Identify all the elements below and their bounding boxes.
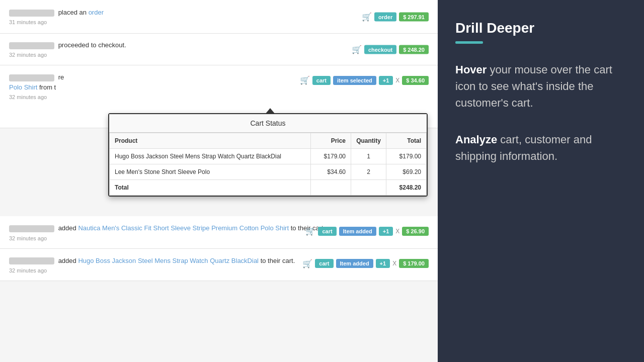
cart-total-row: Total $248.20 bbox=[110, 180, 427, 196]
user-avatar-3 bbox=[9, 74, 54, 81]
badge-x-4: X bbox=[395, 228, 399, 235]
badges-5: 🛒 cart Item added +1 X $ 179.00 bbox=[302, 259, 429, 268]
col-header-product: Product bbox=[110, 133, 311, 149]
timestamp-3: 32 minutes ago bbox=[9, 94, 429, 100]
cart-row-1: Hugo Boss Jackson Steel Mens Strap Watch… bbox=[110, 149, 427, 164]
cart-total-label: Total bbox=[110, 180, 311, 196]
activity-item-1: placed an order 31 minutes ago 🛒 order $… bbox=[0, 0, 438, 34]
badge-order: order bbox=[374, 12, 396, 21]
action-text-3a: re bbox=[58, 73, 64, 81]
badge-plus-4: +1 bbox=[379, 227, 393, 236]
col-header-total: Total bbox=[386, 133, 427, 149]
polo-shirt-link[interactable]: Polo Shirt bbox=[9, 83, 37, 91]
badge-item-added-5: Item added bbox=[336, 259, 373, 268]
cart-product-1: Hugo Boss Jackson Steel Mens Strap Watch… bbox=[110, 149, 311, 164]
cart-grand-total: $248.20 bbox=[386, 180, 427, 196]
cart-icon-1[interactable]: 🛒 bbox=[362, 12, 372, 22]
col-header-quantity: Quantity bbox=[351, 133, 386, 149]
badges-4: 🛒 cart Item added +1 X $ 26.90 bbox=[305, 226, 429, 236]
cart-row-2: Lee Men's Stone Short Sleeve Polo $34.60… bbox=[110, 164, 427, 180]
cart-total-2: $69.20 bbox=[386, 164, 427, 180]
cart-icon-3[interactable]: 🛒 bbox=[300, 75, 310, 85]
badge-price-2: $ 248.20 bbox=[399, 45, 429, 54]
activity-item-2: proceeded to checkout. 32 minutes ago 🛒 … bbox=[0, 34, 438, 65]
cart-price-2: $34.60 bbox=[311, 164, 351, 180]
cart-price-1: $179.00 bbox=[311, 149, 351, 164]
cart-product-2: Lee Men's Stone Short Sleeve Polo bbox=[110, 164, 311, 180]
timestamp-5: 32 minutes ago bbox=[9, 267, 429, 274]
user-avatar-5 bbox=[9, 257, 54, 264]
action-text-5b: to their cart. bbox=[261, 257, 295, 264]
col-header-price: Price bbox=[311, 133, 351, 149]
order-link-1[interactable]: order bbox=[89, 9, 104, 16]
badge-checkout: checkout bbox=[364, 45, 396, 54]
page-title: Drill Deeper bbox=[455, 20, 626, 36]
timestamp-4: 32 minutes ago bbox=[9, 235, 429, 241]
right-panel: Drill Deeper Hover your mouse over the c… bbox=[438, 0, 644, 362]
activity-feed: placed an order 31 minutes ago 🛒 order $… bbox=[0, 0, 438, 362]
activity-item-4: added Nautica Men's Classic Fit Short Sl… bbox=[0, 216, 438, 249]
cart-total-1: $179.00 bbox=[386, 149, 427, 164]
cart-total-qty-empty bbox=[351, 180, 386, 196]
cart-table: Product Price Quantity Total Hugo Boss J… bbox=[109, 133, 427, 196]
badge-cart-4: cart bbox=[318, 227, 336, 236]
badges-1: 🛒 order $ 297.91 bbox=[362, 12, 429, 22]
cart-icon-4[interactable]: 🛒 bbox=[305, 226, 315, 236]
hugo-boss-link[interactable]: Hugo Boss Jackson Steel Mens Strap Watch… bbox=[78, 257, 259, 264]
accent-bar bbox=[455, 41, 483, 44]
cart-status-popup: Cart Status Product Price Quantity Total… bbox=[108, 113, 428, 197]
analyze-highlight: Analyze bbox=[455, 133, 497, 146]
badges-2: 🛒 checkout $ 248.20 bbox=[352, 45, 429, 54]
cart-popup-title: Cart Status bbox=[109, 114, 427, 133]
badge-item-selected: item selected bbox=[333, 76, 376, 85]
action-text-3b: from t bbox=[39, 83, 56, 91]
badges-3: 🛒 cart item selected +1 X $ 34.60 bbox=[300, 75, 429, 85]
hover-highlight: Hover bbox=[455, 63, 487, 76]
hover-section: Hover your mouse over the cart icon to s… bbox=[455, 61, 626, 111]
cart-qty-1: 1 bbox=[351, 149, 386, 164]
badge-x-3: X bbox=[395, 77, 399, 84]
action-text-2: proceeded to checkout. bbox=[58, 41, 126, 49]
activity-feed-panel: placed an order 31 minutes ago 🛒 order $… bbox=[0, 0, 438, 362]
activity-item-5: added Hugo Boss Jackson Steel Mens Strap… bbox=[0, 249, 438, 282]
badge-price-1: $ 297.91 bbox=[399, 12, 429, 21]
cart-icon-2[interactable]: 🛒 bbox=[352, 45, 362, 54]
action-text-4a: added bbox=[58, 224, 78, 232]
nautica-link[interactable]: Nautica Men's Classic Fit Short Sleeve S… bbox=[78, 224, 289, 232]
user-avatar-1 bbox=[9, 10, 54, 17]
badge-price-4: $ 26.90 bbox=[402, 227, 429, 236]
badge-plus-5: +1 bbox=[376, 259, 390, 268]
user-avatar-2 bbox=[9, 42, 54, 49]
user-avatar-4 bbox=[9, 225, 54, 232]
cart-qty-2: 2 bbox=[351, 164, 386, 180]
cart-icon-5[interactable]: 🛒 bbox=[302, 259, 312, 268]
badge-x-5: X bbox=[392, 260, 396, 267]
badge-cart-3: cart bbox=[312, 76, 331, 85]
badge-cart-5: cart bbox=[315, 259, 333, 268]
analyze-section: Analyze cart, customer and shipping info… bbox=[455, 131, 626, 164]
cart-total-price-empty bbox=[311, 180, 351, 196]
badge-plus-3: +1 bbox=[379, 76, 393, 85]
action-text-5a: added bbox=[58, 257, 78, 264]
badge-price-3: $ 34.60 bbox=[402, 76, 429, 85]
badge-price-5: $ 179.00 bbox=[399, 259, 429, 268]
badge-item-added-4: Item added bbox=[339, 227, 376, 236]
action-text-1: placed an bbox=[58, 9, 89, 16]
